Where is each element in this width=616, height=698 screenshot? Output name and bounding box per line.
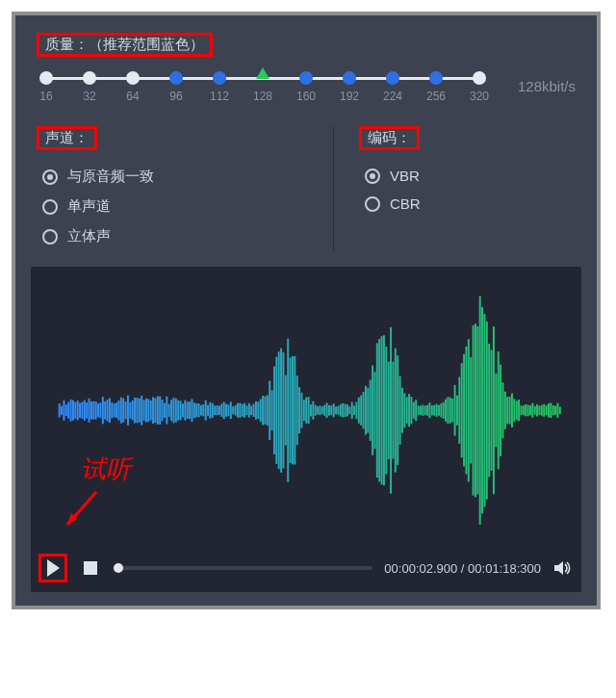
- progress-bar[interactable]: [114, 566, 372, 570]
- slider-tick-label: 96: [169, 90, 182, 103]
- radio-label: CBR: [390, 195, 421, 212]
- slider-tick[interactable]: [126, 71, 140, 85]
- svg-marker-222: [554, 561, 563, 575]
- radio-icon: [42, 199, 58, 215]
- slider-tick-label: 16: [39, 90, 52, 103]
- radio-icon: [365, 168, 380, 184]
- audio-settings-panel: 质量：（推荐范围蓝色） 1632649611212816019222425632…: [12, 12, 601, 609]
- slider-tick-label: 256: [426, 90, 446, 103]
- stop-button[interactable]: [79, 556, 102, 580]
- slider-tick[interactable]: [39, 71, 53, 85]
- slider-tick-label: 192: [340, 90, 359, 103]
- highlight-box: [38, 554, 67, 582]
- volume-button[interactable]: [552, 558, 572, 578]
- slider-tick[interactable]: [299, 71, 313, 85]
- time-current: 00:00:02.900: [384, 561, 457, 576]
- quality-title: 质量：（推荐范围蓝色）: [39, 34, 210, 54]
- slider-tick-label: 64: [126, 90, 139, 103]
- volume-icon: [552, 558, 572, 578]
- slider-tick-label: 112: [210, 90, 229, 103]
- option-panels: 声道： 与原音频一致单声道立体声 编码： VBRCBR: [37, 126, 576, 251]
- highlight-box: 质量：（推荐范围蓝色）: [37, 33, 213, 57]
- waveform-svg: [31, 267, 581, 543]
- annotation-arrow-icon: [58, 486, 104, 532]
- radio-label: 单声道: [67, 197, 111, 216]
- channel-option[interactable]: 单声道: [42, 192, 318, 221]
- quality-section: 质量：（推荐范围蓝色） 1632649611212816019222425632…: [37, 33, 576, 105]
- radio-icon: [365, 196, 380, 212]
- encoding-option[interactable]: CBR: [365, 190, 570, 218]
- slider-tick-label: 160: [296, 90, 316, 103]
- encoding-radios: VBRCBR: [359, 150, 576, 218]
- slider-tick-label: 320: [470, 90, 489, 103]
- highlight-box: 编码：: [359, 126, 420, 150]
- radio-icon: [42, 229, 58, 245]
- slider-tick[interactable]: [213, 71, 226, 85]
- annotation-preview-label: 试听: [81, 452, 131, 486]
- radio-label: 立体声: [67, 227, 111, 246]
- slider-tick[interactable]: [256, 67, 270, 79]
- channel-option[interactable]: 立体声: [42, 221, 318, 251]
- highlight-box: 声道：: [37, 126, 97, 150]
- progress-thumb[interactable]: [114, 563, 123, 573]
- channel-option[interactable]: 与原音频一致: [42, 162, 318, 192]
- time-total: 00:01:18:300: [468, 561, 541, 576]
- encoding-title: 编码：: [362, 127, 417, 147]
- quality-slider[interactable]: 16326496112128160192224256320 128kbit/s: [37, 66, 576, 105]
- slider-tick[interactable]: [169, 71, 183, 85]
- waveform-display: 试听: [31, 267, 581, 546]
- slider-tick-label: 32: [83, 90, 95, 103]
- encoding-option[interactable]: VBR: [365, 162, 570, 190]
- slider-track[interactable]: 16326496112128160192224256320: [40, 66, 485, 105]
- slider-tick-label: 128: [253, 90, 272, 103]
- channels-radios: 与原音频一致单声道立体声: [37, 150, 323, 251]
- audio-player: 试听 00:00:02.900 / 00:01:18:300: [31, 267, 581, 592]
- channels-panel: 声道： 与原音频一致单声道立体声: [37, 126, 333, 251]
- radio-label: VBR: [390, 168, 420, 184]
- bitrate-display: 128kbit/s: [499, 78, 576, 94]
- encoding-panel: 编码： VBRCBR: [333, 126, 576, 251]
- play-button[interactable]: [41, 556, 64, 580]
- slider-tick[interactable]: [83, 71, 96, 85]
- time-display: 00:00:02.900 / 00:01:18:300: [384, 561, 541, 576]
- radio-label: 与原音频一致: [67, 168, 154, 186]
- time-sep: /: [457, 561, 468, 576]
- radio-icon: [42, 169, 58, 185]
- slider-tick[interactable]: [429, 71, 443, 85]
- slider-tick[interactable]: [343, 71, 356, 85]
- play-icon: [47, 559, 60, 577]
- channels-title: 声道：: [39, 127, 94, 147]
- player-controls: 00:00:02.900 / 00:01:18:300: [31, 546, 581, 592]
- slider-tick[interactable]: [386, 71, 399, 85]
- slider-tick-label: 224: [383, 90, 402, 103]
- stop-icon: [84, 561, 97, 575]
- slider-tick[interactable]: [473, 71, 486, 85]
